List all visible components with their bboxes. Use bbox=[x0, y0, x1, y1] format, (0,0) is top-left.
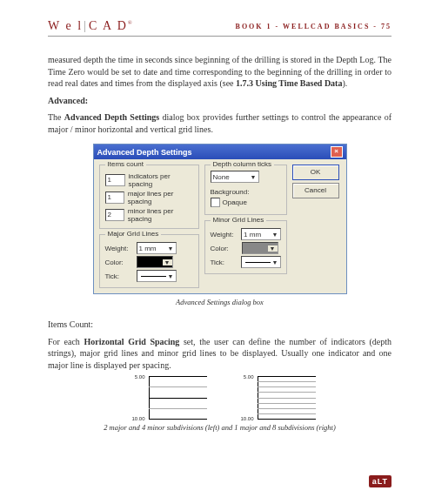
weight-label: Weight: bbox=[105, 245, 133, 252]
depth-value: 5.00 bbox=[124, 374, 145, 380]
minor-lines-input[interactable]: 2 bbox=[105, 209, 124, 221]
advanced-depth-dialog: Advanced Depth Settings × Items count 1 … bbox=[93, 144, 347, 294]
chevron-down-icon: ▼ bbox=[168, 245, 174, 252]
opaque-label: Opaque bbox=[223, 198, 247, 206]
items-count-label: Items count bbox=[105, 160, 146, 168]
depth-value: 5.00 bbox=[233, 374, 254, 380]
chevron-down-icon: ▼ bbox=[168, 273, 174, 279]
subdivision-figure: 5.00 10.00 5.00 10.00 bbox=[48, 376, 392, 420]
major-lines-input[interactable]: 1 bbox=[105, 192, 124, 204]
advanced-heading: Advanced: bbox=[48, 95, 392, 107]
minor-color-select[interactable]: ▼ bbox=[242, 242, 278, 254]
chevron-down-icon: ▼ bbox=[251, 174, 257, 180]
depth-value: 10.00 bbox=[124, 416, 145, 421]
major-tick-select[interactable]: ▼ bbox=[137, 270, 177, 282]
paragraph-3: For each Horizontal Grid Spacing set, th… bbox=[48, 336, 392, 372]
dialog-titlebar[interactable]: Advanced Depth Settings × bbox=[94, 144, 346, 159]
items-count-heading: Items Count: bbox=[48, 319, 392, 331]
chevron-down-icon: ▼ bbox=[272, 259, 278, 265]
opaque-checkbox[interactable] bbox=[211, 198, 220, 207]
items-count-group: Items count 1 indicators per spacing 1 m… bbox=[99, 165, 199, 229]
alt-logo: aLT bbox=[369, 475, 392, 487]
depth-ticks-group: Depth column ticks None▼ Background: Opa… bbox=[204, 165, 287, 215]
major-grid-group: Major Grid Lines Weight: 1 mm▼ Color: ▼ … bbox=[99, 234, 199, 288]
ok-button[interactable]: OK bbox=[292, 165, 339, 180]
header-breadcrumb: BOOK 1 - WELLCAD BASICS - 75 bbox=[236, 23, 392, 30]
minor-lines-label: minor lines per spacing bbox=[128, 207, 193, 223]
minor-grid-group: Minor Grid Lines Weight: 1 mm▼ Color: ▼ … bbox=[204, 220, 287, 274]
indicators-input[interactable]: 1 bbox=[105, 174, 125, 186]
depth-ticks-select[interactable]: None▼ bbox=[211, 171, 259, 183]
wellcad-logo: W e l|C A D® bbox=[48, 19, 131, 33]
dialog-caption: Advanced Settings dialog box bbox=[48, 298, 392, 306]
page-header: W e l|C A D® BOOK 1 - WELLCAD BASICS - 7… bbox=[48, 19, 392, 37]
major-weight-select[interactable]: 1 mm▼ bbox=[137, 242, 177, 254]
tick-label: Tick: bbox=[211, 259, 238, 266]
chevron-down-icon: ▼ bbox=[268, 245, 278, 252]
color-label: Color: bbox=[211, 245, 238, 252]
major-grid-label: Major Grid Lines bbox=[105, 230, 162, 238]
chevron-down-icon: ▼ bbox=[163, 259, 172, 265]
chevron-down-icon: ▼ bbox=[272, 232, 278, 238]
major-color-select[interactable]: ▼ bbox=[137, 256, 173, 268]
depth-ticks-label: Depth column ticks bbox=[211, 160, 275, 168]
paragraph-1: measured depth the time in seconds since… bbox=[48, 54, 392, 90]
major-lines-label: major lines per spacing bbox=[128, 190, 193, 205]
indicators-label: indicators per spacing bbox=[129, 172, 193, 188]
subdivision-caption: 2 major and 4 minor subdivisions (left) … bbox=[48, 423, 392, 432]
color-label: Color: bbox=[105, 259, 133, 266]
paragraph-2: The Advanced Depth Settings dialog box p… bbox=[48, 111, 392, 135]
close-icon[interactable]: × bbox=[331, 146, 343, 158]
background-label: Background: bbox=[211, 188, 250, 196]
subdivision-left: 5.00 10.00 bbox=[124, 376, 207, 420]
minor-grid-label: Minor Grid Lines bbox=[211, 216, 267, 224]
subdivision-right: 5.00 10.00 bbox=[233, 376, 316, 420]
minor-tick-select[interactable]: ▼ bbox=[241, 256, 280, 268]
minor-weight-select[interactable]: 1 mm▼ bbox=[241, 228, 280, 240]
cancel-button[interactable]: Cancel bbox=[292, 183, 339, 198]
weight-label: Weight: bbox=[211, 231, 238, 239]
tick-label: Tick: bbox=[105, 272, 133, 280]
depth-value: 10.00 bbox=[233, 416, 254, 421]
dialog-title: Advanced Depth Settings bbox=[97, 148, 192, 157]
